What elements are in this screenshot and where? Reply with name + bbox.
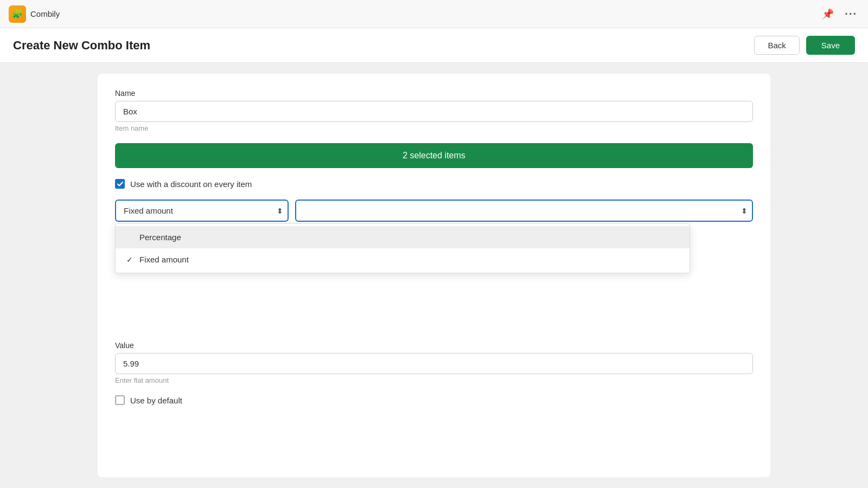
page-title: Create New Combo Item	[13, 38, 150, 53]
name-field-group: Name Item name	[115, 89, 753, 132]
use-by-default-checkbox[interactable]	[115, 395, 125, 405]
discount-checkbox-label: Use with a discount on every item	[130, 179, 252, 189]
name-input[interactable]	[115, 101, 753, 122]
app-name: Combily	[30, 9, 60, 18]
nav-left: 🧩 Combily	[9, 5, 60, 23]
pin-button[interactable]: 📌	[820, 6, 836, 22]
value-input[interactable]	[115, 353, 753, 374]
discount-checkbox[interactable]	[115, 179, 125, 189]
fixed-amount-label: Fixed amount	[139, 255, 189, 264]
dropdown-item-fixed-amount[interactable]: ✓ Fixed amount	[116, 248, 690, 271]
name-label: Name	[115, 89, 753, 98]
dropdown-item-percentage[interactable]: Percentage	[116, 226, 690, 248]
nav-right: 📌 ···	[820, 5, 859, 22]
value-field-group: Value Enter flat amount	[115, 341, 753, 384]
more-icon: ···	[845, 8, 857, 20]
fixed-amount-check: ✓	[126, 255, 135, 264]
use-by-default-row: Use by default	[115, 395, 753, 405]
header-bar: Create New Combo Item Back Save	[0, 28, 868, 63]
discount-type-select-wrapper: Percentage Fixed amount ⬍	[115, 200, 289, 222]
percentage-label: Percentage	[139, 233, 181, 242]
header-actions: Back Save	[754, 36, 855, 55]
selected-items-button[interactable]: 2 selected items	[115, 143, 753, 168]
form-card: Name Item name 2 selected items Use with…	[98, 74, 770, 477]
pin-icon: 📌	[822, 9, 834, 20]
more-options-button[interactable]: ···	[843, 5, 859, 22]
percentage-check	[126, 233, 135, 242]
value-hint: Enter flat amount	[115, 376, 753, 384]
save-button[interactable]: Save	[806, 36, 855, 55]
app-icon: 🧩	[9, 5, 26, 23]
main-content: Name Item name 2 selected items Use with…	[0, 63, 868, 488]
name-hint: Item name	[115, 124, 753, 132]
discount-type-section: Percentage Fixed amount ⬍ ⬍ Per	[115, 200, 753, 222]
secondary-select[interactable]	[295, 200, 753, 222]
back-button[interactable]: Back	[754, 36, 799, 55]
app-icon-glyph: 🧩	[12, 9, 23, 19]
dropdown-menu-panel: Percentage ✓ Fixed amount	[115, 223, 690, 273]
discount-type-select[interactable]: Percentage Fixed amount	[115, 200, 289, 222]
discount-checkbox-row: Use with a discount on every item	[115, 179, 753, 189]
top-nav: 🧩 Combily 📌 ···	[0, 0, 868, 28]
checkmark-icon	[117, 182, 123, 187]
use-by-default-label: Use by default	[130, 396, 182, 405]
discount-type-row: Percentage Fixed amount ⬍ ⬍	[115, 200, 753, 222]
value-label: Value	[115, 341, 753, 350]
secondary-select-wrapper: ⬍	[295, 200, 753, 222]
